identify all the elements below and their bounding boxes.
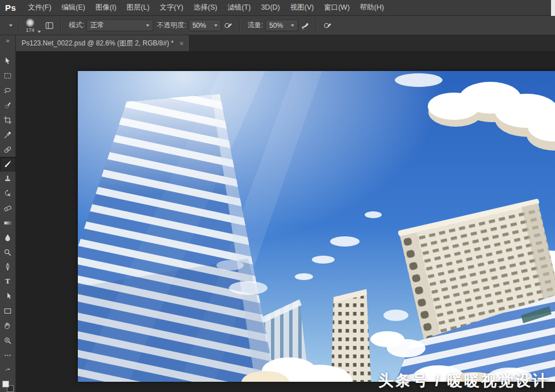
- separator: [19, 19, 20, 32]
- tool-preset-picker[interactable]: [3, 23, 15, 28]
- brush-picker[interactable]: 174: [24, 18, 43, 34]
- menu-item-help[interactable]: 帮助(H): [355, 0, 389, 16]
- menu-item-layer[interactable]: 图层(L): [122, 0, 155, 16]
- crop-tool-icon: [3, 115, 12, 125]
- menu-bar: Ps 文件(F) 编辑(E) 图像(I) 图层(L) 文字(Y) 选择(S) 滤…: [0, 0, 555, 16]
- airbrush-button[interactable]: [298, 19, 312, 32]
- brush-tip-preview: [26, 18, 35, 27]
- options-bar: 174 模式: 正常 不透明度: 50% 流量: 50%: [0, 16, 555, 35]
- move-tool[interactable]: [0, 54, 16, 69]
- edit-toolbar-button[interactable]: [0, 348, 16, 362]
- chevron-down-icon: [214, 24, 218, 27]
- svg-text:T: T: [5, 278, 10, 286]
- blur-tool[interactable]: [0, 230, 16, 245]
- spot-healing-brush-tool[interactable]: [0, 142, 16, 157]
- window-edge-artifact: [551, 0, 555, 16]
- blend-mode-dropdown[interactable]: 正常: [86, 20, 153, 31]
- menu-item-select[interactable]: 选择(S): [189, 0, 223, 16]
- menu-item-filter[interactable]: 滤镜(T): [222, 0, 256, 16]
- brush-tool[interactable]: [0, 157, 16, 172]
- hand-tool[interactable]: [0, 318, 16, 333]
- menu-item-view[interactable]: 视图(V): [285, 0, 319, 16]
- healing-brush-tool-icon: [3, 145, 12, 155]
- history-brush-tool[interactable]: [0, 186, 16, 201]
- tab-close-icon[interactable]: ×: [180, 40, 184, 47]
- gradient-tool-icon: [3, 218, 12, 228]
- blend-mode-value: 正常: [90, 20, 141, 30]
- opacity-value: 50%: [193, 22, 209, 30]
- quick-selection-tool-icon: [3, 101, 12, 110]
- rectangle-tool[interactable]: [0, 304, 16, 319]
- blur-tool-icon: [3, 233, 12, 243]
- history-brush-tool-icon: [3, 189, 12, 198]
- color-swatches[interactable]: [2, 381, 14, 392]
- eraser-tool-icon: [3, 203, 12, 213]
- chevron-down-icon: [37, 31, 41, 33]
- lasso-tool-icon: [3, 86, 12, 95]
- opacity-dropdown[interactable]: 50%: [189, 20, 222, 31]
- document-tab[interactable]: Ps123.Net_0022.psd @ 82.6% (图层 2, RGB/8#…: [16, 35, 190, 51]
- chevron-down-icon: [146, 24, 149, 27]
- swap-colors-button[interactable]: [4, 366, 11, 376]
- eraser-tool[interactable]: [0, 201, 16, 216]
- quick-selection-tool[interactable]: [0, 98, 16, 113]
- crop-tool[interactable]: [0, 112, 16, 127]
- type-tool[interactable]: T: [0, 274, 16, 289]
- rectangular-marquee-tool[interactable]: [0, 69, 16, 84]
- flow-value: 50%: [269, 22, 286, 30]
- flow-label: 流量:: [248, 20, 263, 30]
- gradient-tool[interactable]: [0, 215, 16, 230]
- zoom-tool[interactable]: [0, 333, 16, 348]
- eyedropper-tool[interactable]: [0, 127, 16, 142]
- foreground-color-swatch[interactable]: [2, 381, 9, 387]
- photoshop-window: Ps 文件(F) 编辑(E) 图像(I) 图层(L) 文字(Y) 选择(S) 滤…: [0, 0, 555, 392]
- separator: [239, 19, 240, 32]
- eyedropper-tool-icon: [3, 130, 12, 140]
- skyscrapers-illustration: [78, 71, 555, 382]
- airbrush-icon: [300, 20, 310, 31]
- document-tab-title: Ps123.Net_0022.psd @ 82.6% (图层 2, RGB/8#…: [22, 39, 174, 48]
- separator: [316, 19, 317, 32]
- menu-item-window[interactable]: 窗口(W): [319, 0, 354, 16]
- chevron-down-icon: [291, 24, 294, 27]
- lasso-tool[interactable]: [0, 84, 16, 98]
- ellipsis-icon: [3, 351, 12, 360]
- toolbar-collapse-button[interactable]: »: [0, 35, 16, 51]
- marquee-tool-icon: [3, 71, 12, 81]
- document-image[interactable]: [78, 71, 555, 382]
- opacity-label: 不透明度:: [157, 20, 186, 30]
- menu-item-type[interactable]: 文字(Y): [155, 0, 189, 16]
- clone-stamp-tool-icon: [3, 174, 12, 184]
- menu-item-edit[interactable]: 编辑(E): [56, 0, 90, 16]
- opacity-pressure-button[interactable]: [222, 19, 235, 32]
- brush-tool-icon: [3, 159, 12, 169]
- menu-item-image[interactable]: 图像(I): [90, 0, 122, 16]
- canvas-area[interactable]: 头条号 / 暖暖视觉设计: [16, 51, 555, 392]
- ps-logo: Ps: [0, 3, 23, 12]
- menu-item-3d[interactable]: 3D(D): [256, 0, 285, 16]
- path-selection-tool[interactable]: [0, 289, 16, 304]
- toggle-brush-panel-button[interactable]: [43, 19, 56, 32]
- rectangle-tool-icon: [3, 306, 12, 316]
- swap-colors-icon: [4, 366, 11, 374]
- path-selection-tool-icon: [3, 291, 12, 301]
- flow-dropdown[interactable]: 50%: [265, 20, 298, 31]
- flow-pressure-button[interactable]: [321, 19, 335, 32]
- pen-tool[interactable]: [0, 260, 16, 274]
- brush-size-value: 174: [26, 28, 34, 33]
- pen-pressure-icon: [323, 20, 333, 31]
- dodge-tool-icon: [3, 248, 12, 257]
- move-tool-icon: [3, 56, 12, 66]
- pen-pressure-icon: [223, 20, 233, 31]
- dodge-tool[interactable]: [0, 245, 16, 260]
- separator: [60, 19, 61, 32]
- mode-label: 模式:: [69, 20, 84, 30]
- brush-panel-icon: [44, 20, 55, 31]
- clone-stamp-tool[interactable]: [0, 172, 16, 186]
- menu-item-file[interactable]: 文件(F): [23, 0, 56, 16]
- chevron-down-icon: [9, 24, 12, 27]
- pen-tool-icon: [3, 262, 12, 272]
- watermark-text: 头条号 / 暖暖视觉设计: [378, 370, 549, 391]
- type-tool-icon: T: [3, 277, 12, 286]
- tools-panel: T: [0, 51, 16, 392]
